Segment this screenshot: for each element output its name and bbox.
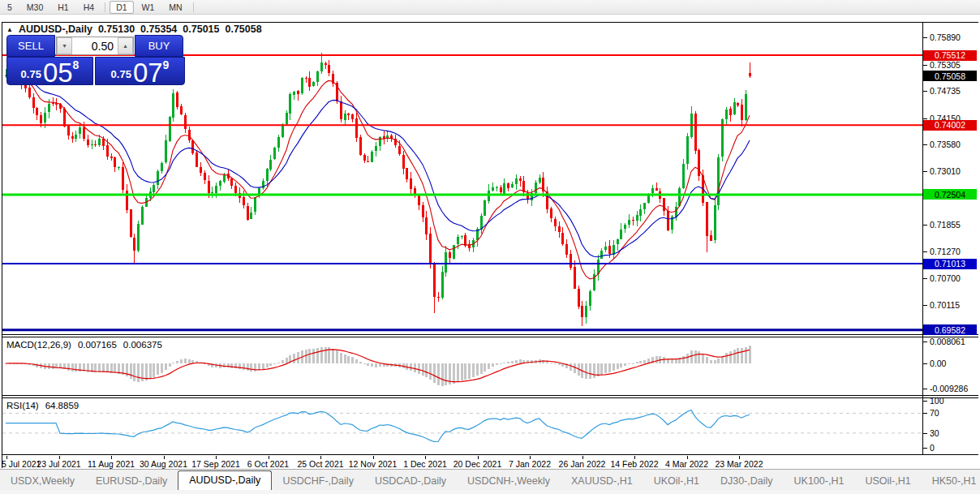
rsi-label: RSI(14) <box>6 401 39 410</box>
macd-axis-tick <box>923 389 927 389</box>
candle-body <box>698 150 700 176</box>
volume-increase-button[interactable]: ▴ <box>118 37 133 54</box>
macd-label: MACD(12,26,9) <box>6 340 71 350</box>
candle-body <box>172 93 174 118</box>
buy-price-display[interactable]: 0.75 07 9 <box>95 57 185 85</box>
macd-histogram-bar <box>445 363 447 385</box>
chart-tab-eurusddaily[interactable]: EURUSD-,Daily <box>85 472 178 491</box>
macd-histogram-bar <box>706 357 708 363</box>
macd-histogram-bar <box>476 363 479 376</box>
macd-histogram-bar <box>282 360 284 363</box>
rsi-indicator-panel[interactable] <box>2 398 922 454</box>
chart-tab-dj30daily[interactable]: DJ30-,Daily <box>710 472 784 491</box>
candle-body <box>153 185 155 192</box>
macd-histogram-bar <box>612 363 615 371</box>
macd-histogram-bar <box>188 359 191 363</box>
candle-body <box>663 198 665 211</box>
timeframe-button-w1[interactable]: W1 <box>135 1 161 14</box>
sell-price-display[interactable]: 0.75 05 8 <box>6 57 93 85</box>
candle-body <box>574 267 576 289</box>
chart-tab-hk50h1[interactable]: HK50-,H1 <box>922 472 980 491</box>
macd-histogram-bar <box>725 353 728 363</box>
candle-body <box>706 202 708 236</box>
macd-histogram-bar <box>414 363 416 372</box>
macd-histogram-bar <box>359 362 362 363</box>
macd-histogram-bar <box>480 363 483 374</box>
chart-tab-usdcnhweekly[interactable]: USDCNH-,Weekly <box>457 472 561 491</box>
macd-histogram-bar <box>137 363 140 382</box>
timeframe-button-m30[interactable]: M30 <box>20 1 49 14</box>
candle-body <box>320 62 323 71</box>
rsi-axis-tick <box>923 401 927 402</box>
candle-body <box>406 168 408 178</box>
price-axis-label: 0.74735 <box>930 86 961 96</box>
candle-body <box>243 197 245 205</box>
candle-body <box>98 139 101 145</box>
macd-axis-tick <box>923 342 927 342</box>
panel-separator <box>2 395 978 396</box>
collapse-arrow-icon[interactable]: ▲ <box>6 26 13 33</box>
candle-body <box>250 213 252 219</box>
price-level-badge: 0.71013 <box>923 259 977 269</box>
timeframe-button-mn[interactable]: MN <box>162 1 188 14</box>
macd-histogram-bar <box>433 363 436 383</box>
macd-histogram-bar <box>710 360 712 363</box>
macd-histogram-bar <box>717 359 720 363</box>
candle-body <box>141 207 144 226</box>
buy-price-small: 0.75 <box>111 68 131 80</box>
macd-histogram-bar <box>542 360 544 363</box>
macd-histogram-bar <box>161 363 163 373</box>
macd-histogram-bar <box>461 363 463 380</box>
timeframe-toolbar: 5M30H1H4D1W1MN <box>0 0 980 15</box>
price-axis-tick <box>923 251 927 252</box>
macd-histogram-bar <box>234 363 237 368</box>
candle-body <box>308 78 311 87</box>
candle-body <box>445 252 447 273</box>
price-axis-tick <box>923 144 927 145</box>
candle-body <box>211 192 213 193</box>
candle-body <box>694 114 697 151</box>
macd-histogram-bar <box>519 359 522 363</box>
rsi-axis-label: 0 <box>930 443 935 453</box>
candle-body <box>254 197 256 212</box>
one-click-trading-widget: SELL ▾ 0.50 ▴ BUY 0.75 05 8 0.75 07 9 <box>6 35 183 82</box>
volume-input[interactable]: 0.50 <box>72 37 118 54</box>
macd-histogram-bar <box>604 363 607 373</box>
candle-body <box>682 164 685 188</box>
macd-histogram-bar <box>515 360 518 363</box>
candle-body <box>492 187 494 191</box>
chart-tab-usdchfdaily[interactable]: USDCHF-,Daily <box>272 472 364 491</box>
buy-button[interactable]: BUY <box>135 35 183 57</box>
ma-fast-line <box>6 74 750 279</box>
timeframe-button-d1[interactable]: D1 <box>110 1 133 14</box>
candle-body <box>219 181 221 186</box>
chart-tab-audusddaily[interactable]: AUDUSD-,Daily <box>178 470 272 491</box>
chart-tab-uk100h1[interactable]: UK100-,H1 <box>784 472 855 491</box>
macd-histogram-bar <box>126 363 128 376</box>
volume-decrease-button[interactable]: ▾ <box>57 37 72 54</box>
timeframe-button-h1[interactable]: H1 <box>51 1 75 14</box>
candle-body <box>312 82 315 86</box>
timeframe-button-5[interactable]: 5 <box>1 1 19 14</box>
macd-histogram-bar <box>570 363 572 371</box>
chart-tab-usoilh1[interactable]: USOil-,H1 <box>854 472 921 491</box>
date-axis-label: 14 Feb 2022 <box>611 459 659 469</box>
sell-button[interactable]: SELL <box>6 35 55 57</box>
panel-separator <box>2 337 978 337</box>
chart-tab-usdcaddaily[interactable]: USDCAD-,Daily <box>364 472 457 491</box>
macd-histogram-bar <box>336 350 338 363</box>
macd-histogram-bar <box>589 363 591 379</box>
chart-tab-xauusdh1[interactable]: XAUUSD-,H1 <box>561 472 643 491</box>
macd-histogram-bar <box>153 363 155 377</box>
macd-histogram-bar <box>67 363 70 371</box>
chart-tab-ukoilh1[interactable]: UKOil-,H1 <box>643 472 710 491</box>
chart-tab-usdxweekly[interactable]: USDX,Weekly <box>0 472 85 491</box>
macd-histogram-bar <box>628 363 630 364</box>
macd-histogram-bar <box>690 350 693 363</box>
macd-histogram-bar <box>98 363 101 372</box>
macd-histogram-bar <box>422 363 424 376</box>
candle-body <box>247 206 249 220</box>
timeframe-button-h4[interactable]: H4 <box>77 1 101 14</box>
macd-histogram-bar <box>617 363 619 369</box>
candle-body <box>301 78 303 93</box>
